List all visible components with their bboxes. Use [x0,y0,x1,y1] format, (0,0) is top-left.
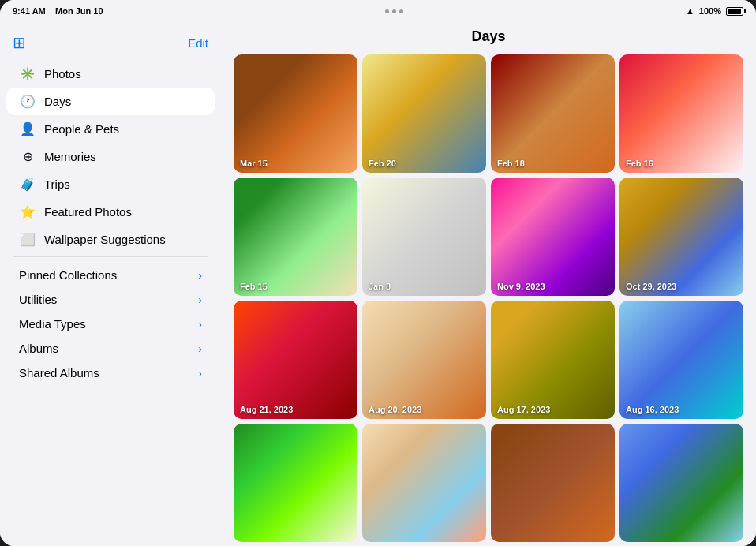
photo-cell-14[interactable] [362,424,486,542]
sidebar-item-trips[interactable]: 🧳 Trips [6,170,215,198]
status-time: 9:41 AM [13,6,46,16]
pinned-collections-label: Pinned Collections [19,268,117,282]
photo-label-4: Feb 16 [626,159,653,168]
sidebar: ⊞ Edit ✳️ Photos 🕐 Days 👤 People & Pets … [0,22,221,546]
photo-cell-10[interactable]: Aug 20, 2023 [362,301,486,419]
photo-grid: Mar 15 Feb 20 Feb 18 Feb 16 Feb 15 Jan 8 [221,54,756,546]
wallpaper-icon: ⬜ [19,232,36,247]
sidebar-label-days: Days [44,95,202,108]
sidebar-item-people-pets[interactable]: 👤 People & Pets [6,115,215,143]
wifi-icon: ▲ [686,6,694,16]
dot-2 [392,9,396,13]
sidebar-section-shared-albums[interactable]: Shared Albums › [0,358,221,383]
photo-label-12: Aug 16, 2023 [626,405,679,414]
sidebar-item-days[interactable]: 🕐 Days [6,88,215,115]
content-area: Days Mar 15 Feb 20 Feb 18 Feb 16 Feb 15 [221,22,756,546]
photo-cell-3[interactable]: Feb 18 [491,54,615,173]
people-pets-icon: 👤 [19,122,36,136]
photo-label-5: Feb 15 [240,282,268,291]
media-types-label: Media Types [19,317,86,331]
photo-label-11: Aug 17, 2023 [497,405,550,414]
ipad-frame: 9:41 AM Mon Jun 10 ▲ 100% ⊞ Edit [0,0,756,546]
photo-cell-16[interactable] [619,424,743,542]
sidebar-label-trips: Trips [44,178,202,191]
photo-cell-11[interactable]: Aug 17, 2023 [491,301,615,419]
main-layout: ⊞ Edit ✳️ Photos 🕐 Days 👤 People & Pets … [0,22,756,546]
content-title: Days [221,22,756,54]
albums-label: Albums [19,342,58,355]
divider-1 [13,256,208,257]
shared-albums-chevron-icon: › [198,367,202,380]
photo-label-3: Feb 18 [497,159,525,168]
media-types-chevron-icon: › [198,318,202,331]
sidebar-item-memories[interactable]: ⊕ Memories [6,143,215,170]
photo-label-2: Feb 20 [369,159,396,168]
sidebar-label-photos: Photos [44,67,202,80]
sidebar-toggle-icon[interactable]: ⊞ [13,33,26,52]
battery-pct: 100% [699,6,721,16]
photo-label-7: Nov 9, 2023 [497,282,545,291]
utilities-chevron-icon: › [198,294,202,306]
shared-albums-label: Shared Albums [19,366,99,380]
status-bar: 9:41 AM Mon Jun 10 ▲ 100% [0,0,756,22]
photo-cell-2[interactable]: Feb 20 [362,54,486,173]
sidebar-item-featured-photos[interactable]: ⭐ Featured Photos [6,198,215,226]
sidebar-section-pinned[interactable]: Pinned Collections › [0,260,221,285]
dot-1 [385,9,389,13]
sidebar-section-media-types[interactable]: Media Types › [0,309,221,334]
status-center-dots [385,9,403,13]
photo-cell-8[interactable]: Oct 29, 2023 [619,178,743,296]
photo-cell-15[interactable] [491,424,615,542]
albums-chevron-icon: › [198,342,202,355]
photos-icon: ✳️ [19,66,36,81]
photo-cell-6[interactable]: Jan 8 [362,178,486,296]
status-date: Mon Jun 10 [55,6,103,16]
photo-label-9: Aug 21, 2023 [240,405,293,414]
photo-cell-13[interactable] [234,424,357,542]
photo-cell-5[interactable]: Feb 15 [234,178,357,296]
photo-cell-12[interactable]: Aug 16, 2023 [619,301,743,419]
photo-cell-4[interactable]: Feb 16 [619,54,743,173]
battery-bar [726,7,743,16]
utilities-label: Utilities [19,293,57,306]
sidebar-section-utilities[interactable]: Utilities › [0,285,221,309]
days-icon: 🕐 [19,94,36,109]
dot-3 [399,9,403,13]
sidebar-label-featured: Featured Photos [44,205,202,219]
sidebar-section-albums[interactable]: Albums › [0,334,221,358]
photo-label-8: Oct 29, 2023 [626,282,676,291]
sidebar-item-photos[interactable]: ✳️ Photos [6,60,215,88]
photo-cell-1[interactable]: Mar 15 [234,54,357,173]
sidebar-label-memories: Memories [44,150,202,163]
battery-fill [728,9,741,14]
sidebar-item-wallpaper[interactable]: ⬜ Wallpaper Suggestions [6,226,215,253]
pinned-chevron-icon: › [198,269,202,282]
photo-label-1: Mar 15 [240,159,268,168]
photo-label-6: Jan 8 [369,282,391,291]
photo-cell-7[interactable]: Nov 9, 2023 [491,178,615,296]
trips-icon: 🧳 [19,177,36,192]
sidebar-label-people-pets: People & Pets [44,122,202,136]
memories-icon: ⊕ [19,149,36,164]
sidebar-label-wallpaper: Wallpaper Suggestions [44,233,202,246]
photo-label-10: Aug 20, 2023 [369,405,421,414]
edit-button[interactable]: Edit [188,36,208,50]
featured-icon: ⭐ [19,204,36,219]
sidebar-header: ⊞ Edit [0,28,221,60]
status-time-date: 9:41 AM Mon Jun 10 [13,6,103,16]
photo-cell-9[interactable]: Aug 21, 2023 [234,301,357,419]
status-right: ▲ 100% [686,6,743,16]
